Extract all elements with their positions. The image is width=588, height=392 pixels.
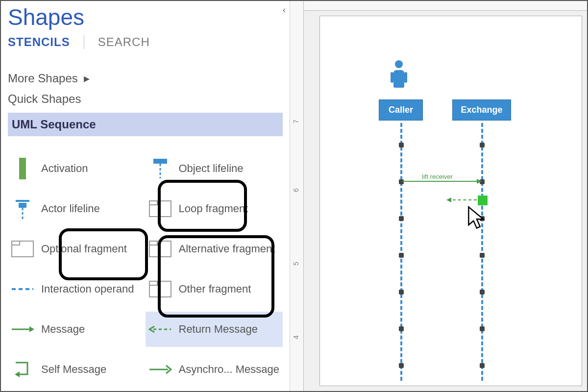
arrowhead-right-icon <box>477 179 482 184</box>
shape-activation[interactable]: Activation <box>8 151 146 186</box>
more-shapes-label: More Shapes <box>8 72 78 85</box>
panel-subnav: More Shapes ▸ Quick Shapes <box>8 58 290 113</box>
svg-marker-14 <box>15 371 20 377</box>
shape-optional-fragment[interactable]: Optional fragment <box>8 231 146 267</box>
svg-rect-4 <box>19 203 26 208</box>
shape-async-message[interactable]: Asynchro... Message <box>146 352 283 387</box>
ruler-horizontal <box>304 1 587 11</box>
tab-divider <box>84 35 84 49</box>
shape-label: Self Message <box>41 363 143 375</box>
chevron-right-icon: ▸ <box>84 72 90 85</box>
activation-block[interactable] <box>478 196 488 205</box>
actor-icon[interactable] <box>393 60 404 88</box>
message-icon <box>11 318 34 341</box>
other-fragment-icon <box>148 277 172 301</box>
optional-fragment-icon <box>11 237 34 261</box>
shape-label: Actor lifeline <box>41 202 143 215</box>
more-shapes-link[interactable]: More Shapes ▸ <box>8 72 290 85</box>
ruler-tick: 7 <box>292 120 300 123</box>
lifeline-exchange[interactable]: Exchange <box>452 99 511 121</box>
svg-marker-16 <box>468 207 483 228</box>
svg-rect-1 <box>153 159 167 164</box>
shape-label: Interaction operand <box>41 283 143 295</box>
shape-label: Object lifeline <box>179 162 280 174</box>
drawing-canvas[interactable]: Caller Exchange lift re <box>319 16 582 386</box>
shape-label: Message <box>41 323 143 335</box>
quick-shapes-link[interactable]: Quick Shapes <box>8 92 290 106</box>
shape-label: Asynchro... Message <box>179 363 280 375</box>
object-lifeline-icon <box>148 157 172 180</box>
lifeline-line-caller[interactable] <box>400 123 402 381</box>
arrowhead-left-icon <box>446 197 451 202</box>
shape-label: Activation <box>41 162 143 174</box>
svg-rect-7 <box>12 241 33 257</box>
shape-return-message[interactable]: Return Message <box>146 312 283 347</box>
activation-icon <box>11 157 34 180</box>
svg-rect-6 <box>149 201 171 217</box>
svg-rect-0 <box>19 158 26 179</box>
ruler-vertical: 7 6 5 4 <box>290 1 304 391</box>
tab-search[interactable]: SEARCH <box>98 35 150 49</box>
svg-marker-12 <box>29 326 34 332</box>
shape-label: Optional fragment <box>41 243 143 255</box>
quick-shapes-label: Quick Shapes <box>8 92 81 106</box>
async-message-icon <box>148 358 172 381</box>
ruler-tick: 5 <box>292 262 300 266</box>
shape-grid: Activation Object lifeline Actor lifelin… <box>8 136 290 387</box>
stencil-header[interactable]: UML Sequence <box>8 113 283 136</box>
shape-interaction-operand[interactable]: Interaction operand <box>8 271 146 307</box>
interaction-operand-icon <box>11 277 34 301</box>
tab-stencils[interactable]: STENCILS <box>8 35 70 49</box>
shape-object-lifeline[interactable]: Object lifeline <box>146 151 283 186</box>
return-message-icon <box>148 318 172 341</box>
svg-rect-8 <box>149 241 171 257</box>
lifeline-caller[interactable]: Caller <box>379 99 423 121</box>
svg-rect-10 <box>149 281 171 297</box>
panel-title: Shapes <box>8 1 290 35</box>
shape-label: Other fragment <box>179 283 280 295</box>
shape-label: Alternative fragment <box>179 243 280 255</box>
shape-label: Loop fragment <box>179 202 280 215</box>
collapse-panel-icon[interactable]: ‹ <box>283 5 286 15</box>
message-label: lift receiver <box>422 173 453 180</box>
return-message-drag[interactable] <box>447 199 477 200</box>
cursor-icon <box>467 205 487 230</box>
actor-lifeline-icon <box>11 197 34 220</box>
loop-fragment-icon <box>148 197 172 220</box>
ruler-tick: 4 <box>292 335 300 339</box>
panel-tabs: STENCILS SEARCH <box>8 35 290 58</box>
self-message-icon <box>11 358 34 381</box>
shape-other-fragment[interactable]: Other fragment <box>146 271 283 307</box>
shape-message[interactable]: Message <box>8 312 146 347</box>
ruler-tick: 6 <box>292 188 300 192</box>
lifeline-line-exchange[interactable] <box>481 123 483 381</box>
message-arrow[interactable]: lift receiver <box>402 181 481 182</box>
shape-self-message[interactable]: Self Message <box>8 352 146 387</box>
shape-label: Return Message <box>179 323 280 335</box>
shapes-panel: ‹ Shapes STENCILS SEARCH More Shapes ▸ Q… <box>1 1 290 391</box>
alternative-fragment-icon <box>148 237 172 261</box>
shape-actor-lifeline[interactable]: Actor lifeline <box>8 191 146 226</box>
shape-loop-fragment[interactable]: Loop fragment <box>146 191 283 226</box>
canvas-area: 7 6 5 4 Caller Exchange <box>290 1 587 391</box>
shape-alternative-fragment[interactable]: Alternative fragment <box>146 231 283 267</box>
